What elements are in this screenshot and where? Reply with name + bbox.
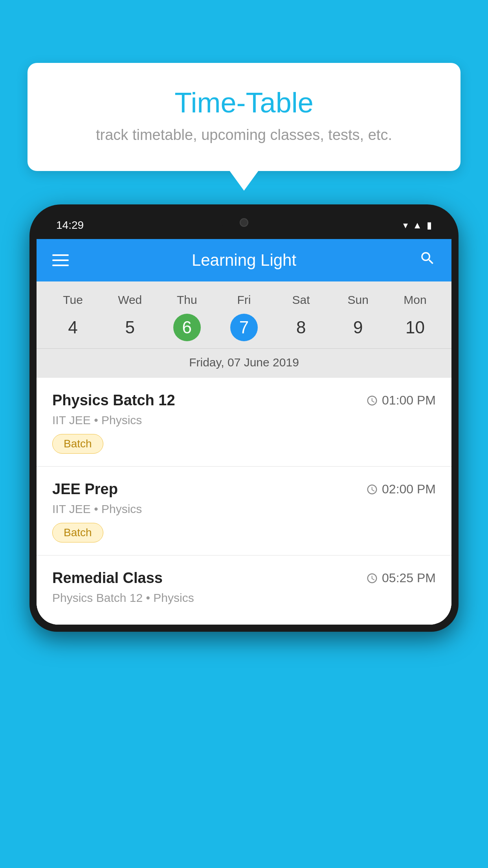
calendar-section: Tue4Wed5Thu6Fri7Sat8Sun9Mon10 Friday, 07…: [37, 281, 451, 378]
search-button[interactable]: [419, 250, 436, 270]
day-label: Sat: [292, 293, 310, 307]
day-number: 8: [287, 314, 315, 341]
time-text: 01:00 PM: [382, 393, 436, 408]
schedule-item-title: Remedial Class: [52, 570, 163, 587]
clock-icon: [366, 395, 378, 406]
day-number: 7: [230, 314, 258, 341]
phone-outer-frame: 14:29 ▾ ▲ ▮: [29, 204, 459, 632]
schedule-list: Physics Batch 1201:00 PMIIT JEE • Physic…: [37, 378, 451, 625]
day-label: Tue: [63, 293, 83, 307]
schedule-item-header: JEE Prep02:00 PM: [52, 481, 436, 498]
day-number: 5: [116, 314, 144, 341]
day-col-9[interactable]: Sun9: [344, 293, 372, 341]
hamburger-line-3: [52, 265, 69, 266]
day-label: Mon: [404, 293, 426, 307]
tooltip-title: Time-Table: [55, 86, 433, 119]
batch-tag: Batch: [52, 523, 103, 542]
wifi-icon: ▾: [403, 220, 408, 231]
day-label: Fri: [237, 293, 251, 307]
day-label: Thu: [177, 293, 197, 307]
clock-icon: [366, 484, 378, 495]
day-col-8[interactable]: Sat8: [287, 293, 315, 341]
day-number: 6: [173, 314, 201, 341]
signal-icon: ▲: [413, 220, 422, 231]
schedule-item-header: Physics Batch 1201:00 PM: [52, 392, 436, 409]
phone-inner-frame: 14:29 ▾ ▲ ▮: [37, 211, 451, 625]
status-bar: 14:29 ▾ ▲ ▮: [37, 211, 451, 239]
tooltip-subtitle: track timetable, upcoming classes, tests…: [55, 127, 433, 143]
battery-icon: ▮: [427, 220, 432, 231]
time-text: 02:00 PM: [382, 482, 436, 497]
phone-mockup: 14:29 ▾ ▲ ▮: [29, 204, 459, 868]
notch: [220, 211, 268, 233]
camera: [240, 218, 248, 227]
schedule-item-title: JEE Prep: [52, 481, 118, 498]
day-number: 10: [401, 314, 429, 341]
day-label: Sun: [348, 293, 369, 307]
day-number: 9: [344, 314, 372, 341]
batch-tag: Batch: [52, 434, 103, 454]
day-label: Wed: [118, 293, 142, 307]
schedule-item-sub: IIT JEE • Physics: [52, 502, 436, 516]
clock-icon: [366, 572, 378, 584]
selected-date: Friday, 07 June 2019: [37, 348, 451, 378]
schedule-item-time: 05:25 PM: [366, 571, 436, 585]
day-col-4[interactable]: Tue4: [59, 293, 87, 341]
schedule-item-time: 01:00 PM: [366, 393, 436, 408]
time-text: 05:25 PM: [382, 571, 436, 585]
app-title: Learning Light: [192, 251, 296, 270]
day-col-10[interactable]: Mon10: [401, 293, 429, 341]
app-screen: Learning Light Tue4Wed5Thu6Fri7Sat8Sun9M…: [37, 239, 451, 625]
day-number: 4: [59, 314, 87, 341]
schedule-item-sub: IIT JEE • Physics: [52, 414, 436, 427]
status-icons: ▾ ▲ ▮: [403, 220, 432, 231]
schedule-item-sub: Physics Batch 12 • Physics: [52, 591, 436, 605]
day-col-6[interactable]: Thu6: [173, 293, 201, 341]
schedule-item-2[interactable]: Remedial Class05:25 PMPhysics Batch 12 •…: [37, 555, 451, 625]
days-row: Tue4Wed5Thu6Fri7Sat8Sun9Mon10: [37, 293, 451, 348]
tooltip-bubble: Time-Table track timetable, upcoming cla…: [28, 63, 460, 171]
schedule-item-1[interactable]: JEE Prep02:00 PMIIT JEE • PhysicsBatch: [37, 467, 451, 555]
day-col-5[interactable]: Wed5: [116, 293, 144, 341]
schedule-item-title: Physics Batch 12: [52, 392, 175, 409]
day-col-7[interactable]: Fri7: [230, 293, 258, 341]
menu-button[interactable]: [52, 254, 69, 266]
hamburger-line-2: [52, 259, 69, 261]
hamburger-line-1: [52, 254, 69, 256]
schedule-item-header: Remedial Class05:25 PM: [52, 570, 436, 587]
app-topbar: Learning Light: [37, 239, 451, 281]
schedule-item-0[interactable]: Physics Batch 1201:00 PMIIT JEE • Physic…: [37, 378, 451, 467]
status-time: 14:29: [56, 219, 84, 232]
schedule-item-time: 02:00 PM: [366, 482, 436, 497]
